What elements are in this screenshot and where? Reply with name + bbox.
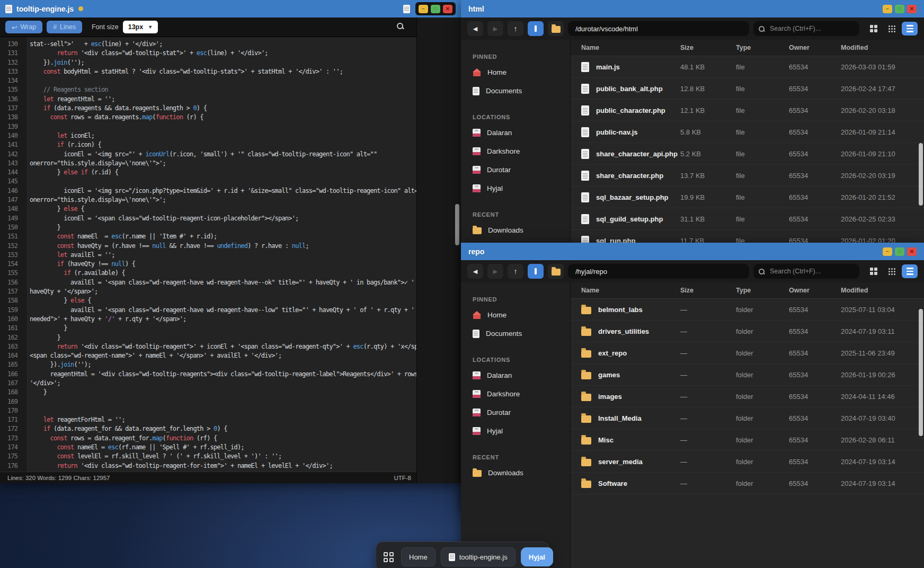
code-line[interactable]: let iconEl;: [30, 131, 416, 140]
code-line[interactable]: const nameEl = esc(rf.name || 'Spell #' …: [30, 443, 416, 452]
sidebar-item-documents[interactable]: Documents: [473, 324, 570, 343]
grid-view-button[interactable]: [866, 264, 882, 278]
code-line[interactable]: stat--sell">' + esc(line) + '</div>';: [30, 40, 416, 49]
code-line[interactable]: if (haveQty !== null) {: [30, 260, 416, 269]
forward-button[interactable]: ▶: [487, 21, 503, 36]
column-type[interactable]: Type: [736, 44, 789, 51]
table-row[interactable]: public_bank_alt.php12.8 KBfile655342026-…: [571, 78, 924, 100]
code-line[interactable]: return '<div class="wd-tooltip-reagent">…: [30, 342, 416, 351]
sidebar-item-home[interactable]: Home: [473, 306, 570, 324]
taskbar-item-tooltip-engine-js[interactable]: tooltip-engine.js: [441, 547, 516, 566]
code-line[interactable]: }: [30, 324, 416, 333]
code-line[interactable]: // Reagents section: [30, 85, 416, 94]
code-line[interactable]: iconEl = '<img src="' + iconUrl(r.icon, …: [30, 150, 416, 159]
maximize-button[interactable]: □: [895, 247, 904, 256]
code-line[interactable]: } else {: [30, 205, 416, 214]
sidebar-item-dalaran[interactable]: Dalaran: [473, 366, 570, 385]
editor-scrollbar[interactable]: [455, 204, 459, 245]
code-line[interactable]: availEl = '<span class="wd-reagent-have …: [30, 278, 416, 287]
list-scrollbar[interactable]: [919, 143, 923, 206]
code-line[interactable]: let availEl = '';: [30, 251, 416, 260]
table-row[interactable]: server_media—folder655342024-07-19 03:14: [571, 451, 924, 473]
sidebar-item-hyjal[interactable]: Hyjal: [473, 422, 570, 440]
table-row[interactable]: Software—folder655342024-07-19 03:14: [571, 473, 924, 494]
sidebar-item-documents[interactable]: Documents: [473, 82, 570, 100]
sidebar-item-darkshore[interactable]: Darkshore: [473, 142, 570, 161]
font-size-select[interactable]: 13px ▼: [123, 21, 158, 33]
code-line[interactable]: }).join('');: [30, 360, 416, 369]
code-line[interactable]: const levelEl = rf.skill_level ? ' (' + …: [30, 452, 416, 461]
path-input[interactable]: [574, 24, 743, 33]
code-line[interactable]: if (r.available) {: [30, 269, 416, 278]
compact-view-button[interactable]: [884, 264, 900, 278]
grid-view-button[interactable]: [866, 22, 882, 36]
code-line[interactable]: iconEl = '<img src="/icon.php?type=item&…: [30, 187, 416, 196]
sidebar-item-dalaran[interactable]: Dalaran: [473, 123, 570, 142]
back-button[interactable]: ◀: [467, 264, 483, 279]
taskbar-item-hyjal[interactable]: Hyjal: [521, 547, 553, 566]
code-line[interactable]: <span class="wd-reagent-name">' + nameEl…: [30, 351, 416, 360]
terminal-button[interactable]: [528, 21, 544, 36]
table-row[interactable]: images—folder655342024-04-11 14:46: [571, 386, 924, 407]
code-line[interactable]: let reagentHtml = '';: [30, 95, 416, 104]
list-view-button[interactable]: [902, 264, 918, 278]
table-row[interactable]: public_character.php12.1 KBfile655342026…: [571, 100, 924, 121]
table-row[interactable]: ext_repo—folder655342025-11-06 23:49: [571, 342, 924, 364]
code-line[interactable]: return '<div class="wd-tooltip-reagent-f…: [30, 462, 416, 471]
search-input[interactable]: [769, 267, 854, 276]
code-line[interactable]: const bodyHtml = statHtml ? '<div class=…: [30, 67, 416, 76]
forward-button[interactable]: ▶: [487, 264, 503, 279]
table-row[interactable]: games—folder655342026-01-19 00:26: [571, 364, 924, 386]
code-line[interactable]: needed">' + haveQty + '/' + r.qty + '</s…: [30, 315, 416, 324]
app-grid-icon[interactable]: [384, 552, 394, 562]
column-modified[interactable]: Modified: [841, 44, 919, 51]
column-type[interactable]: Type: [736, 287, 789, 294]
code-line[interactable]: }).join('');: [30, 58, 416, 67]
close-button[interactable]: ✕: [907, 247, 917, 256]
column-size[interactable]: Size: [680, 44, 736, 51]
code-line[interactable]: availEl = '<span class="wd-reagent-have …: [30, 306, 416, 315]
code-line[interactable]: haveQty + '</span>';: [30, 287, 416, 296]
sidebar-item-darkshore[interactable]: Darkshore: [473, 385, 570, 403]
maximize-button[interactable]: □: [431, 5, 440, 13]
wrap-toggle-button[interactable]: ↩ Wrap: [5, 21, 42, 33]
search-button[interactable]: [397, 22, 404, 32]
code-line[interactable]: if (r.icon) {: [30, 140, 416, 149]
code-line[interactable]: if (data.reagent_for && data.reagent_for…: [30, 424, 416, 433]
column-modified[interactable]: Modified: [841, 287, 919, 294]
table-row[interactable]: belmont_labs—folder655342025-07-11 03:04: [571, 299, 924, 321]
code-line[interactable]: let reagentForHtml = '';: [30, 415, 416, 424]
table-row[interactable]: share_character_api.php5.2 KBfile6553420…: [571, 143, 924, 165]
code-line[interactable]: }: [30, 388, 416, 397]
code-line[interactable]: [30, 76, 416, 85]
code-line[interactable]: return '<div class="wd-tooltip-stat">' +…: [30, 49, 416, 58]
close-button[interactable]: ✕: [907, 5, 917, 13]
table-row[interactable]: drivers_utilities—folder655342024-07-19 …: [571, 321, 924, 342]
code-line[interactable]: [30, 397, 416, 406]
back-button[interactable]: ◀: [467, 21, 483, 36]
up-button[interactable]: ↑: [508, 264, 523, 279]
column-owner[interactable]: Owner: [789, 44, 841, 51]
table-row[interactable]: sql_guild_setup.php31.1 KBfile655342026-…: [571, 208, 924, 230]
maximize-button[interactable]: □: [895, 5, 904, 13]
code-line[interactable]: const haveQty = (r.have !== null && r.ha…: [30, 242, 416, 251]
code-text[interactable]: stat--sell">' + esc(line) + '</div>'; re…: [28, 37, 416, 472]
taskbar-item-home[interactable]: Home: [401, 547, 436, 566]
table-row[interactable]: share_character.php13.7 KBfile655342026-…: [571, 165, 924, 187]
document-icon[interactable]: [403, 5, 410, 13]
column-owner[interactable]: Owner: [789, 287, 841, 294]
column-name[interactable]: Name: [581, 287, 680, 294]
minimize-button[interactable]: −: [883, 5, 892, 13]
minimize-button[interactable]: −: [883, 247, 892, 256]
code-line[interactable]: } else if (r.id) {: [30, 168, 416, 177]
code-line[interactable]: [30, 406, 416, 415]
sidebar-item-durotar[interactable]: Durotar: [473, 403, 570, 422]
sidebar-item-home[interactable]: Home: [473, 63, 570, 82]
code-line[interactable]: '</div>';: [30, 379, 416, 388]
list-scrollbar[interactable]: [919, 309, 923, 436]
up-button[interactable]: ↑: [508, 21, 523, 36]
sidebar-item-downloads[interactable]: Downloads: [473, 464, 570, 482]
table-row[interactable]: main.js48.1 KBfile655342026-03-03 01:59: [571, 56, 924, 78]
new-folder-button[interactable]: [548, 21, 564, 36]
code-line[interactable]: [30, 177, 416, 186]
